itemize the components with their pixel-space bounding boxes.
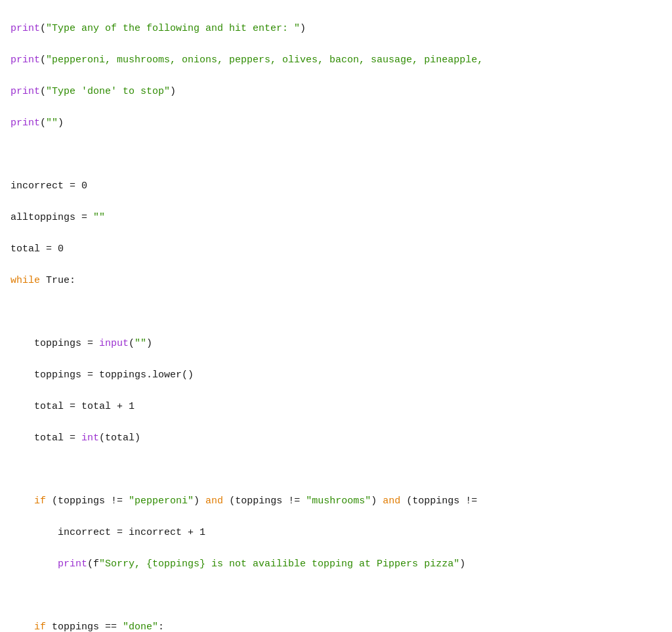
line-7: alltoppings = "" — [10, 210, 662, 226]
keyword-print-3: print — [10, 86, 40, 97]
code-editor: print("Type any of the following and hit… — [10, 5, 662, 632]
line-12: toppings = toppings.lower() — [10, 368, 662, 383]
line-3: print("Type 'done' to stop") — [10, 84, 662, 100]
line-1: print("Type any of the following and hit… — [10, 21, 662, 37]
line-2: print("pepperoni, mushrooms, onions, pep… — [10, 53, 662, 68]
string-sorry: "Sorry, {toppings} is not availible topp… — [99, 558, 459, 570]
line-8: total = 0 — [10, 242, 662, 257]
line-11: toppings = input("") — [10, 336, 662, 352]
line-5 — [10, 147, 662, 163]
keyword-print-2: print — [10, 54, 40, 66]
line-14: total = int(total) — [10, 431, 662, 446]
while-true: True: — [40, 275, 75, 286]
line-10 — [10, 305, 662, 320]
keyword-print: print — [10, 23, 40, 34]
line-4: print("") — [10, 116, 662, 131]
string-done: "done" — [123, 621, 158, 632]
string-1: "Type any of the following and hit enter… — [46, 23, 300, 34]
string-4: "" — [46, 117, 58, 129]
line-17: incorrect = incorrect + 1 — [10, 525, 662, 541]
var-alltoppings: alltoppings = — [10, 212, 93, 223]
string-pepperoni: "pepperoni" — [129, 495, 194, 507]
toppings-input: toppings = — [34, 338, 99, 349]
line-6: incorrect = 0 — [10, 179, 662, 194]
keyword-print-5: print — [58, 558, 87, 570]
line-19 — [10, 588, 662, 604]
keyword-if-1: if — [34, 495, 46, 507]
total-int: total = — [34, 432, 81, 444]
line-13: total = total + 1 — [10, 399, 662, 415]
keyword-int: int — [81, 432, 99, 444]
var-incorrect: incorrect = 0 — [10, 180, 87, 192]
toppings-lower: toppings = toppings.lower() — [34, 369, 194, 381]
string-empty-2: "" — [135, 338, 146, 349]
string-mushrooms: "mushrooms" — [306, 495, 371, 507]
total-plus-1: total = total + 1 — [34, 401, 135, 412]
line-18: print(f"Sorry, {toppings} is not availib… — [10, 557, 662, 572]
keyword-while: while — [10, 275, 40, 286]
line-9: while True: — [10, 273, 662, 289]
keyword-and-2: and — [383, 495, 400, 507]
line-20: if toppings == "done": — [10, 620, 662, 632]
incorrect-plus-1: incorrect = incorrect + 1 — [58, 527, 205, 538]
var-total: total = 0 — [10, 243, 64, 255]
line-16: if (toppings != "pepperoni") and (toppin… — [10, 494, 662, 509]
string-3: "Type 'done' to stop" — [46, 86, 170, 97]
keyword-and-1: and — [205, 495, 223, 507]
string-2: "pepperoni, mushrooms, onions, peppers, … — [46, 54, 483, 66]
keyword-input: input — [99, 338, 129, 349]
keyword-print-4: print — [10, 117, 40, 129]
line-15 — [10, 462, 662, 478]
string-empty-1: "" — [93, 212, 105, 223]
keyword-if-2: if — [34, 621, 46, 632]
